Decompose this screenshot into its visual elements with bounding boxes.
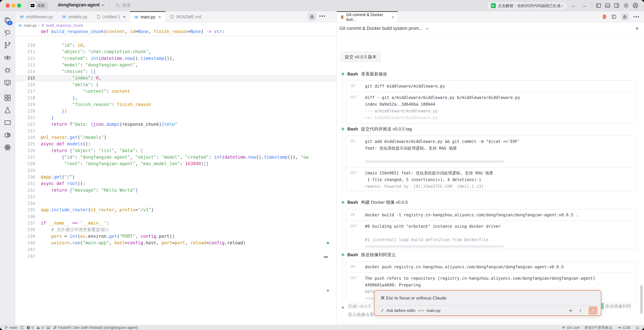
code-line: 236: [15, 213, 336, 220]
code-editor[interactable]: def build_response_chunk(content, id=Non…: [15, 28, 336, 325]
breadcrumb-file: main.py: [24, 23, 36, 28]
slash-command-button[interactable]: /: [580, 308, 581, 313]
command-input: INgit diff middleware/middleware.py: [346, 81, 636, 92]
code-line: 217 "content": content: [15, 88, 336, 94]
go-live-item[interactable]: Go Live: [562, 326, 580, 330]
extensions-icon[interactable]: [4, 94, 11, 102]
io-line: index 0a9a52a..3d646ba 100644: [365, 101, 632, 108]
context-file-label[interactable]: main.py: [426, 308, 440, 313]
code-line: 223: [15, 128, 336, 134]
attach-button[interactable]: +: [569, 307, 572, 314]
in-label: IN: [350, 264, 355, 269]
step-header: Bash提交代码并推送 v0.0.5 tag: [342, 126, 412, 132]
ide-mode-chip[interactable]: IDE: [28, 2, 48, 10]
titlebar-divider: [592, 2, 592, 9]
code-text: "root": "dongfangzan-agent", "max_model_…: [41, 160, 209, 167]
editor-more-actions-icon[interactable]: •••: [319, 13, 326, 19]
line-number: 237: [15, 220, 35, 226]
claude-icon[interactable]: [602, 14, 607, 20]
info-file-icon: [170, 14, 174, 19]
frame-icon[interactable]: [4, 119, 11, 126]
gear-icon[interactable]: [623, 3, 629, 8]
split-right-icon[interactable]: [614, 3, 620, 8]
code-line: 221 }: [15, 114, 336, 121]
line-number: 233: [15, 194, 35, 200]
warning-icon: [36, 326, 40, 330]
panel-lock-icon[interactable]: [621, 13, 629, 20]
search-panel-icon[interactable]: [4, 29, 11, 36]
python-file-icon: [18, 24, 22, 27]
git-branch-item[interactable]: main: [5, 326, 18, 330]
anomaly-check-item[interactable]: 存在0个异常标点: [584, 325, 612, 330]
atom-icon[interactable]: [4, 144, 11, 151]
step-header: Bash构建 Docker 镜像 v0.0.5: [342, 200, 408, 205]
zoom-window-button[interactable]: [17, 4, 21, 8]
tab-Untitled-1[interactable]: Untitled-1: [92, 11, 130, 22]
command-output: OUT[main 156e965] feat: 优化系统提示词处理逻辑, 支持 …: [346, 167, 636, 191]
project-switcher[interactable]: dongfangzan-agent: [58, 2, 105, 8]
debug-bug-icon[interactable]: [4, 66, 11, 74]
python-file-icon: [134, 15, 138, 19]
panel-toggle-item[interactable]: [46, 326, 50, 330]
sync-item[interactable]: [20, 326, 24, 330]
panel-scrollbar[interactable]: [640, 285, 643, 314]
split-panel-icon[interactable]: [612, 14, 616, 19]
minimize-window-button[interactable]: [12, 4, 16, 8]
search-icon: [116, 3, 120, 8]
errors-item[interactable]: 0: [26, 326, 34, 330]
breadcrumb-symbol: build_response_chunk: [46, 23, 83, 28]
step-header: Bash查看最新修改: [342, 71, 387, 77]
line-number: 214: [15, 68, 35, 75]
command-output: OUTdiff --git a/middleware/middleware.py…: [346, 92, 636, 123]
claude-session-tab[interactable]: Git commit & Docker buil... ×: [337, 11, 398, 22]
out-label: OUT: [350, 95, 357, 99]
source-control-icon[interactable]: [4, 42, 11, 49]
code-line: 233: [15, 194, 336, 200]
watch-eye-icon[interactable]: [4, 54, 11, 61]
line-number: 217: [15, 88, 35, 94]
cue-item[interactable]: CUE: [618, 326, 630, 330]
tab-middleware.py[interactable]: middleware.py: [15, 11, 58, 22]
session-title-dropdown[interactable]: Git commit & Docker build system prom...: [340, 26, 429, 31]
command-output: OUT#0 building with "orbstack" instance …: [346, 220, 636, 249]
out-label: OUT: [350, 224, 357, 228]
nav-forward-button[interactable]: →: [581, 2, 586, 8]
test-flask-icon[interactable]: [4, 106, 11, 114]
io-line: 4498601a4690: Preparing: [365, 282, 632, 288]
remote-window-icon[interactable]: [4, 79, 11, 86]
send-button[interactable]: ↑: [588, 306, 598, 315]
code-line: 242: [15, 253, 336, 260]
tool-name: Bash: [347, 252, 358, 258]
line-number: 241: [15, 246, 35, 253]
close-icon[interactable]: ×: [158, 14, 161, 20]
tab-models.py[interactable]: models.py: [58, 11, 92, 22]
tab-README.md[interactable]: README.md: [166, 11, 206, 22]
warnings-item[interactable]: 0: [36, 326, 44, 330]
account-icon[interactable]: [632, 3, 638, 8]
fold-marker[interactable]: [324, 256, 328, 258]
container-icon[interactable]: [4, 131, 11, 139]
new-session-button[interactable]: +: [635, 25, 639, 32]
panel-more-actions-icon[interactable]: •••: [633, 14, 640, 20]
io-line: git add middleware/middleware.py && git …: [365, 138, 632, 145]
tab-label: Untitled-1: [102, 14, 120, 19]
lock-icon[interactable]: [308, 13, 316, 21]
nav-back-button[interactable]: ←: [571, 2, 576, 8]
breadcrumb[interactable]: main.py › build_response_chunk: [15, 22, 336, 28]
close-window-button[interactable]: [6, 4, 10, 8]
search-input[interactable]: 搜索: [116, 2, 131, 8]
split-bottom-icon[interactable]: [605, 3, 610, 8]
edit-mode-label[interactable]: Ask before edits: [386, 308, 416, 313]
tab-main.py[interactable]: main.py×: [130, 11, 166, 22]
line-number: 232: [15, 187, 35, 194]
close-icon[interactable]: ×: [392, 14, 394, 20]
line-number: 222: [15, 121, 35, 128]
command-input: INdocker push registry.cn-hangzhou.aliyu…: [346, 262, 636, 272]
step-connector: [343, 76, 343, 124]
explorer-icon[interactable]: 1: [4, 17, 11, 24]
split-left-icon[interactable]: [596, 3, 602, 8]
promo-banner[interactable]: 点击解锁：你的2025代码战绩已生成 ›: [487, 2, 566, 10]
line-number: 236: [15, 213, 35, 220]
notifications-item[interactable]: [636, 326, 639, 330]
run-config-item[interactable]: FastAPI: Dev (with Reload) (dongfangzan-…: [53, 326, 138, 330]
